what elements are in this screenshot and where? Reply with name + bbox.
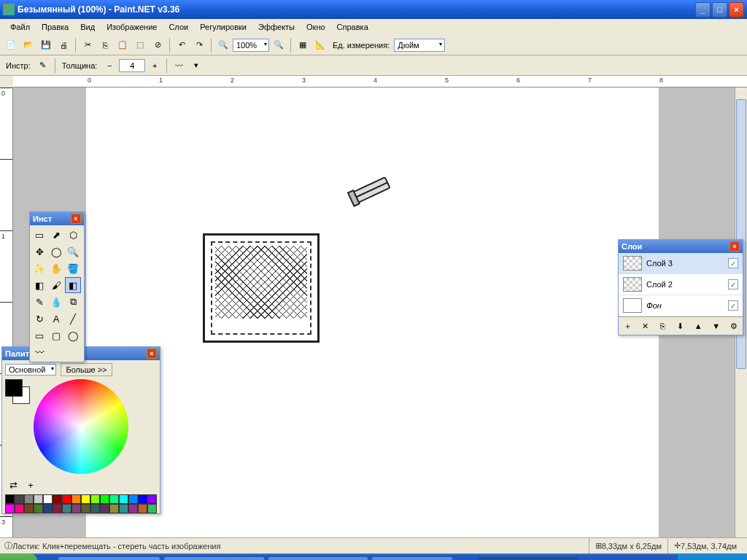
color-wheel[interactable] [34,379,128,474]
undo-button[interactable]: ↶ [174,37,190,53]
palette-swatch[interactable] [147,504,157,513]
add-color-icon[interactable]: + [23,477,39,493]
palette-swatch[interactable] [43,504,53,513]
taskbar-item-3[interactable]: 📘Документ6 - Micro… [268,556,369,561]
layer-visible-checkbox[interactable]: ✓ [728,279,738,289]
palette-swatch[interactable] [5,494,15,504]
palette-swatch[interactable] [90,504,100,513]
more-button[interactable]: Больше >> [61,363,112,376]
units-select[interactable]: Дюйм [394,39,445,52]
zoom-value[interactable]: 100% [233,39,269,52]
tool-pan[interactable]: ✋ [48,260,64,276]
tool-magic-wand[interactable]: ✨ [31,260,47,276]
taskbar-item-active[interactable]: 🎨Безымянный (100… [478,556,578,561]
tool-ellipse[interactable]: ◯ [65,327,81,343]
taskbar-item-2[interactable]: 📘Документ5 - Micro… [163,556,265,561]
layer-visible-checkbox[interactable]: ✓ [728,258,738,268]
add-layer-button[interactable]: ＋ [621,319,634,332]
tool-roundrect[interactable]: ▢ [48,327,64,343]
current-tool-icon[interactable]: ✎ [35,58,51,74]
palette-swatch[interactable] [71,494,81,504]
palette-swatch[interactable] [53,504,62,513]
move-up-button[interactable]: ▲ [692,319,705,332]
palette-swatch[interactable] [128,494,138,504]
palette-swatch[interactable] [100,494,109,504]
open-button[interactable]: 📂 [20,37,36,53]
tool-ellipse-select[interactable]: ◯ [48,244,64,260]
navigator-gear-icon[interactable]: ✷ [3,3,9,11]
tool-zoom[interactable]: 🔍 [65,244,81,260]
palette-swatch[interactable] [119,504,128,513]
color-mode-select[interactable]: Основной [5,364,56,376]
copy-button[interactable]: ⎘ [97,37,113,53]
blend-button[interactable]: ▾ [188,58,204,74]
palette-swatch[interactable] [53,494,62,504]
layer-row-bg[interactable]: Фон ✓ [619,295,743,316]
palette-swatch[interactable] [34,504,43,513]
grid-button[interactable]: ▦ [295,37,311,53]
menu-adjustments[interactable]: Регулировки [194,20,252,34]
zoom-in-button[interactable]: 🔍 [271,37,287,53]
zoom-out-button[interactable]: 🔍 [215,37,231,53]
palette-swatch[interactable] [15,504,24,513]
colors-panel[interactable]: Палитра× Основной Больше >> ⇄ + [1,346,160,514]
tool-text[interactable]: A [48,311,64,327]
ruler-button[interactable]: 📐 [312,37,328,53]
tool-gradient[interactable]: ◧ [31,277,47,293]
palette-swatch[interactable] [147,494,157,504]
new-button[interactable]: 📄 [3,37,19,53]
menu-file[interactable]: Файл [4,20,36,34]
canvas[interactable] [86,88,659,537]
thickness-dec[interactable]: − [101,58,117,74]
palette-swatch[interactable] [81,504,90,513]
navigator-close[interactable]: × [736,2,745,11]
layer-row-3[interactable]: Слой 3 ✓ [619,253,743,274]
palette-swatch[interactable] [128,504,138,513]
tool-freeform[interactable]: 〰 [31,344,47,360]
menu-image[interactable]: Изображение [101,20,163,34]
palette-swatch[interactable] [62,504,71,513]
merge-layer-button[interactable]: ⬇ [674,319,687,332]
cut-button[interactable]: ✂ [80,37,96,53]
menu-view[interactable]: Вид [74,20,101,34]
palette-swatch[interactable] [109,504,119,513]
redo-button[interactable]: ↷ [191,37,207,53]
menu-layers[interactable]: Слои [163,20,194,34]
layer-props-button[interactable]: ⚙ [727,319,740,332]
tool-brush[interactable]: 🖌 [48,277,64,293]
duplicate-layer-button[interactable]: ⎘ [657,319,670,332]
palette-swatch[interactable] [43,494,53,504]
tool-move[interactable]: ✥ [31,244,47,260]
palette-swatch[interactable] [71,504,81,513]
antialias-button[interactable]: 〰 [171,58,187,74]
tool-move-sel[interactable]: ⬈ [48,227,64,243]
palette-swatch[interactable] [34,494,43,504]
thickness-inc[interactable]: + [147,58,163,74]
palette-swatch[interactable] [138,494,147,504]
system-tray[interactable]: RU ◀ ◉ 11:34 [678,553,747,560]
layers-panel[interactable]: Слои× Слой 3 ✓ Слой 2 ✓ Фон ✓ ＋ ✕ ⎘ ⬇ ▲ … [618,239,743,335]
tool-pencil[interactable]: ✎ [31,294,47,310]
palette-swatch[interactable] [24,494,34,504]
taskbar-item-1[interactable]: 📘Инстр карта я.doc … [58,556,161,561]
menu-window[interactable]: Окно [301,20,331,34]
primary-color-swatch[interactable] [5,379,23,397]
layer-row-2[interactable]: Слой 2 ✓ [619,274,743,295]
tool-colorpicker[interactable]: 💧 [48,294,64,310]
save-button[interactable]: 💾 [38,37,54,53]
tool-recolor[interactable]: ↻ [31,311,47,327]
start-button[interactable]: пуск [0,553,37,560]
tool-clone[interactable]: ⧉ [65,294,81,310]
palette-swatch[interactable] [119,494,128,504]
menu-edit[interactable]: Правка [36,20,74,34]
taskbar-group-explorer[interactable]: 📁3Проводник▾ [371,556,452,561]
palette-swatch[interactable] [5,504,15,513]
crop-button[interactable]: ⬚ [132,37,148,53]
palette-swatch[interactable] [90,494,100,504]
tool-rectangle[interactable]: ▭ [31,327,47,343]
deselect-button[interactable]: ⊘ [150,37,166,53]
palette-swatch[interactable] [138,504,147,513]
paste-button[interactable]: 📋 [115,37,131,53]
swap-colors-icon[interactable]: ⇄ [5,477,21,493]
tool-lasso[interactable]: ⬡ [65,227,81,243]
